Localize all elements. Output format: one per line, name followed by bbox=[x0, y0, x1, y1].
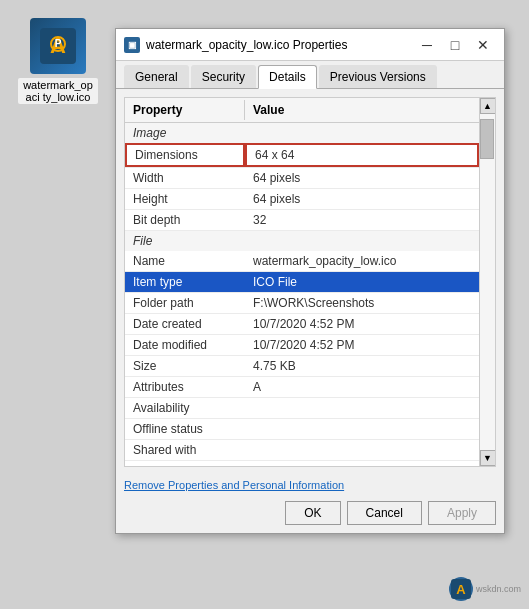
cell-datemodified-val: 10/7/2020 4:52 PM bbox=[245, 335, 479, 355]
cell-availability-val bbox=[245, 398, 479, 418]
watermark-logo: A bbox=[449, 577, 473, 601]
watermark-text: wskdn.com bbox=[476, 584, 521, 594]
row-offlinestatus: Offline status bbox=[125, 419, 479, 440]
cell-height-val: 64 pixels bbox=[245, 189, 479, 209]
title-bar: ▣ watermark_opacity_low.ico Properties ─… bbox=[116, 29, 504, 61]
cell-itemtype-prop: Item type bbox=[125, 272, 245, 292]
row-width: Width 64 pixels bbox=[125, 168, 479, 189]
content-area: Property Value Image Dimensions 64 x 64 … bbox=[124, 97, 496, 467]
scroll-track[interactable] bbox=[480, 114, 495, 450]
watermark: A wskdn.com bbox=[449, 577, 521, 601]
section-image: Image bbox=[125, 123, 479, 143]
tab-details[interactable]: Details bbox=[258, 65, 317, 89]
cancel-button[interactable]: Cancel bbox=[347, 501, 422, 525]
scroll-down-button[interactable]: ▼ bbox=[480, 450, 496, 466]
tab-security[interactable]: Security bbox=[191, 65, 256, 88]
cell-offlinestatus-val bbox=[245, 419, 479, 439]
title-bar-controls: ─ □ ✕ bbox=[414, 34, 496, 56]
col-property-header: Property bbox=[125, 100, 245, 120]
cell-sharedwith-prop: Shared with bbox=[125, 440, 245, 460]
cell-datemodified-prop: Date modified bbox=[125, 335, 245, 355]
cell-owner-val: DESKTOP-QRLPJPQ\Wareed bbox=[245, 461, 479, 466]
cell-name-val: watermark_opacity_low.ico bbox=[245, 251, 479, 271]
cell-datecreated-prop: Date created bbox=[125, 314, 245, 334]
svg-text:P: P bbox=[55, 38, 62, 49]
cell-size-val: 4.75 KB bbox=[245, 356, 479, 376]
tabs-bar: General Security Details Previous Versio… bbox=[116, 61, 504, 89]
cell-width-prop: Width bbox=[125, 168, 245, 188]
file-icon-image: A P bbox=[30, 18, 86, 74]
row-name: Name watermark_opacity_low.ico bbox=[125, 251, 479, 272]
close-button[interactable]: ✕ bbox=[470, 34, 496, 56]
desktop: A P watermark_opaci ty_low.ico ▣ waterma… bbox=[0, 0, 529, 609]
cell-height-prop: Height bbox=[125, 189, 245, 209]
button-row: OK Cancel Apply bbox=[116, 495, 504, 533]
cell-folderpath-prop: Folder path bbox=[125, 293, 245, 313]
cell-owner-prop: Owner bbox=[125, 461, 245, 466]
cell-bitdepth-val: 32 bbox=[245, 210, 479, 230]
cell-name-prop: Name bbox=[125, 251, 245, 271]
col-value-header: Value bbox=[245, 100, 479, 120]
row-datecreated: Date created 10/7/2020 4:52 PM bbox=[125, 314, 479, 335]
cell-folderpath-val: F:\WORK\Screenshots bbox=[245, 293, 479, 313]
desktop-icon-label: watermark_opaci ty_low.ico bbox=[18, 78, 98, 104]
row-dimensions: Dimensions 64 x 64 bbox=[125, 143, 479, 168]
svg-text:A: A bbox=[456, 582, 466, 597]
cell-attributes-val: A bbox=[245, 377, 479, 397]
title-bar-text: watermark_opacity_low.ico Properties bbox=[146, 38, 414, 52]
table-area: Property Value Image Dimensions 64 x 64 … bbox=[125, 98, 479, 466]
cell-datecreated-val: 10/7/2020 4:52 PM bbox=[245, 314, 479, 334]
tab-previous-versions[interactable]: Previous Versions bbox=[319, 65, 437, 88]
cell-dimensions-val: 64 x 64 bbox=[245, 143, 479, 167]
row-sharedwith: Shared with bbox=[125, 440, 479, 461]
row-owner: Owner DESKTOP-QRLPJPQ\Wareed bbox=[125, 461, 479, 466]
cell-itemtype-val: ICO File bbox=[245, 272, 479, 292]
cell-dimensions-prop: Dimensions bbox=[125, 143, 245, 167]
row-height: Height 64 pixels bbox=[125, 189, 479, 210]
properties-dialog: ▣ watermark_opacity_low.ico Properties ─… bbox=[115, 28, 505, 534]
cell-availability-prop: Availability bbox=[125, 398, 245, 418]
row-datemodified: Date modified 10/7/2020 4:52 PM bbox=[125, 335, 479, 356]
row-availability: Availability bbox=[125, 398, 479, 419]
column-headers: Property Value bbox=[125, 98, 479, 123]
cell-attributes-prop: Attributes bbox=[125, 377, 245, 397]
scroll-up-button[interactable]: ▲ bbox=[480, 98, 496, 114]
cell-size-prop: Size bbox=[125, 356, 245, 376]
desktop-icon[interactable]: A P watermark_opaci ty_low.ico bbox=[18, 18, 98, 104]
row-size: Size 4.75 KB bbox=[125, 356, 479, 377]
section-file: File bbox=[125, 231, 479, 251]
scroll-thumb[interactable] bbox=[480, 119, 494, 159]
scrollbar[interactable]: ▲ ▼ bbox=[479, 98, 495, 466]
apply-button[interactable]: Apply bbox=[428, 501, 496, 525]
cell-width-val: 64 pixels bbox=[245, 168, 479, 188]
ok-button[interactable]: OK bbox=[285, 501, 340, 525]
row-bitdepth: Bit depth 32 bbox=[125, 210, 479, 231]
cell-sharedwith-val bbox=[245, 440, 479, 460]
cell-bitdepth-prop: Bit depth bbox=[125, 210, 245, 230]
title-bar-icon: ▣ bbox=[124, 37, 140, 53]
minimize-button[interactable]: ─ bbox=[414, 34, 440, 56]
icon-bg: A P bbox=[30, 18, 86, 74]
row-folderpath: Folder path F:\WORK\Screenshots bbox=[125, 293, 479, 314]
row-attributes: Attributes A bbox=[125, 377, 479, 398]
remove-properties-link[interactable]: Remove Properties and Personal Informati… bbox=[116, 475, 504, 495]
row-itemtype: Item type ICO File bbox=[125, 272, 479, 293]
tab-general[interactable]: General bbox=[124, 65, 189, 88]
cell-offlinestatus-prop: Offline status bbox=[125, 419, 245, 439]
maximize-button[interactable]: □ bbox=[442, 34, 468, 56]
